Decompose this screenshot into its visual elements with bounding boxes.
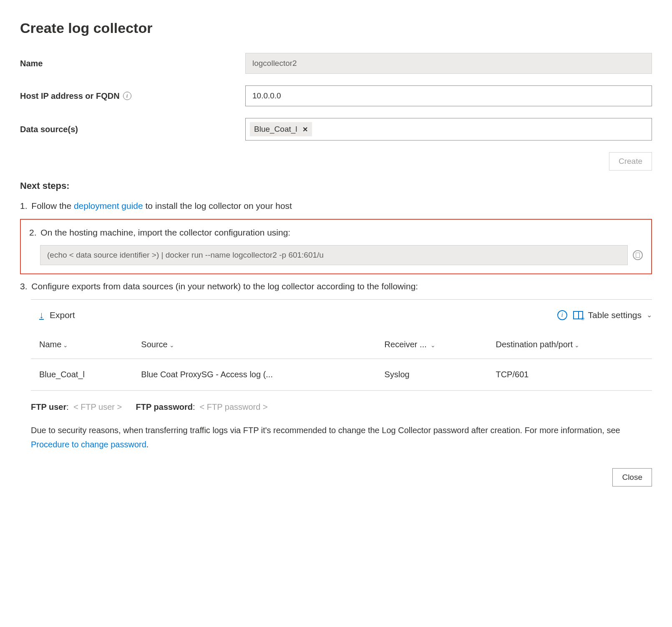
export-label: Export	[50, 310, 75, 320]
name-input[interactable]	[245, 53, 652, 74]
col-receiver[interactable]: Receiver ... ⌄	[376, 331, 488, 359]
table-settings-button[interactable]: Table settings ⌄	[573, 310, 652, 320]
step-2-highlight: 2. On the hosting machine, import the co…	[20, 219, 652, 275]
ftp-user-placeholder: < FTP user >	[73, 402, 122, 411]
host-label: Host IP address or FQDN i	[20, 91, 245, 101]
step2-text: On the hosting machine, import the colle…	[40, 228, 290, 237]
step1-pre: Follow the	[31, 201, 74, 211]
col-dest[interactable]: Destination path/port⌄	[487, 331, 652, 359]
info-icon[interactable]: i	[557, 310, 567, 320]
step-2: 2. On the hosting machine, import the co…	[29, 226, 643, 240]
host-label-text: Host IP address or FQDN	[20, 91, 120, 101]
name-label: Name	[20, 59, 245, 68]
create-button[interactable]: Create	[609, 152, 652, 171]
data-sources-table: Name⌄ Source⌄ Receiver ... ⌄ Destination…	[31, 331, 652, 391]
step3-text: Configure exports from data sources (in …	[31, 281, 418, 291]
data-sources-label: Data source(s)	[20, 125, 245, 134]
close-button[interactable]: Close	[612, 468, 652, 487]
col-name[interactable]: Name⌄	[31, 331, 133, 359]
deployment-guide-link[interactable]: deployment guide	[74, 201, 143, 211]
chevron-down-icon: ⌄	[430, 342, 435, 349]
table-icon	[573, 311, 583, 319]
command-box[interactable]: (echo < data source identifier >) | dock…	[40, 245, 628, 265]
change-password-link[interactable]: Procedure to change password	[31, 440, 146, 449]
ftp-user-label: FTP user	[31, 402, 66, 411]
host-input[interactable]	[245, 85, 652, 106]
tag-label: Blue_Coat_l	[254, 125, 297, 134]
chevron-down-icon: ⌄	[63, 342, 68, 349]
col-source[interactable]: Source⌄	[133, 331, 376, 359]
ftp-password-label: FTP password	[136, 402, 193, 411]
next-steps-heading: Next steps:	[20, 181, 652, 191]
cell-name: Blue_Coat_l	[31, 359, 133, 390]
cell-source: Blue Coat ProxySG - Access log (...	[133, 359, 376, 390]
chevron-down-icon: ⌄	[574, 342, 579, 349]
table-settings-label: Table settings	[588, 310, 642, 320]
remove-tag-icon[interactable]: ✕	[302, 125, 308, 133]
chevron-down-icon: ⌄	[647, 311, 652, 319]
cell-receiver: Syslog	[376, 359, 488, 390]
data-source-tag: Blue_Coat_l ✕	[250, 122, 312, 136]
page-title: Create log collector	[20, 20, 652, 36]
step1-post: to install the log collector on your hos…	[143, 201, 292, 211]
ftp-note-pre: Due to security reasons, when transferri…	[31, 426, 620, 435]
info-icon[interactable]: i	[123, 92, 131, 100]
export-button[interactable]: ↓ Export	[39, 310, 75, 321]
chevron-down-icon: ⌄	[169, 342, 174, 349]
data-sources-input[interactable]: Blue_Coat_l ✕	[245, 118, 652, 140]
step-1: 1. Follow the deployment guide to instal…	[20, 199, 652, 213]
ftp-password-placeholder: < FTP password >	[200, 402, 268, 411]
ftp-note-post: .	[146, 440, 149, 449]
ftp-note: Due to security reasons, when transferri…	[31, 423, 652, 451]
copy-icon[interactable]	[633, 250, 643, 260]
download-icon: ↓	[39, 310, 44, 321]
ftp-credentials: FTP user: < FTP user > FTP password: < F…	[31, 400, 652, 414]
table-row[interactable]: Blue_Coat_l Blue Coat ProxySG - Access l…	[31, 359, 652, 390]
cell-dest: TCP/601	[487, 359, 652, 390]
step-3: 3. Configure exports from data sources (…	[20, 279, 652, 293]
